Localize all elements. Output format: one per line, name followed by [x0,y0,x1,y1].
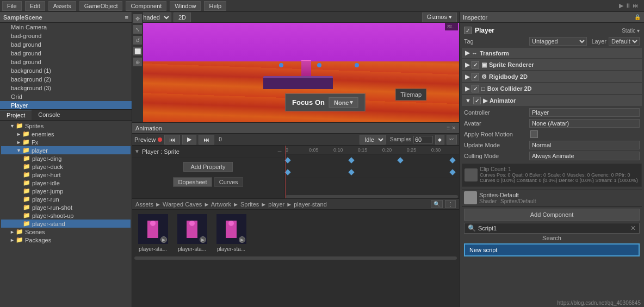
tab-console[interactable]: Console [32,110,66,120]
dropdown-arrow-icon: ▾ [350,99,353,106]
hierarchy-bad-ground-0[interactable]: bad-ground [0,32,132,40]
transform-tool-icon[interactable]: ⊕ [133,58,142,66]
boxcollider2d-header[interactable]: ▶ ✓ □ Box Collider 2D [462,83,642,94]
hierarchy-player[interactable]: Player [0,101,132,110]
asset-item-0[interactable]: ▶ player-sta... [137,214,169,252]
clear-search-icon[interactable]: ✕ [630,224,636,232]
tree-scenes[interactable]: ► 📁 Scenes [1,228,131,236]
tree-sprites[interactable]: ▼ 📁 Sprites [1,122,131,130]
2d-toggle[interactable]: 2D [174,12,191,22]
tree-player-run-shot[interactable]: 📁 player-run-shot [1,203,131,211]
transform-header[interactable]: ▶ ↔ Transform [462,48,642,58]
tree-player-shoot-up[interactable]: 📁 player-shoot-up [1,211,131,220]
window-menu[interactable]: Window [170,1,201,11]
edit-menu[interactable]: Edit [25,1,45,11]
project-content: ▼ 📁 Sprites ► 📁 enemies ► 📁 Fx ▼ 📁 [0,121,132,307]
hierarchy-background-3[interactable]: background (3) [0,84,132,92]
tree-player-duck[interactable]: 📁 player-duck [1,162,131,171]
hierarchy-background-1[interactable]: background (1) [0,66,132,75]
anim-add-keyframe-btn[interactable]: ◆ [435,135,444,145]
tree-packages[interactable]: ► 📁 Packages [1,236,131,244]
tree-player-run[interactable]: 📁 player-run [1,195,131,203]
keyframe-end2[interactable] [449,157,455,163]
bottom-url: https://blog.csdn.net/qq_40306845 [558,300,641,306]
tree-player[interactable]: ▼ 📁 player [1,146,131,154]
samples-input[interactable] [413,136,433,143]
sprite-renderer-checkbox[interactable]: ✓ [472,61,479,68]
anim-play-btn[interactable]: ▶ [182,135,196,145]
gizmos-btn[interactable]: Gizmos ▾ [422,12,457,22]
folder-player-icon: 📁 [22,147,30,154]
hierarchy-bad-ground-1[interactable]: bad ground [0,40,132,49]
assets-menu[interactable]: Assets [48,1,76,11]
layer-dropdown[interactable]: Default [609,37,640,46]
assets-search-btn[interactable]: 🔍 [431,200,443,208]
add-property-btn[interactable]: Add Property [183,162,232,172]
keyframe-end1[interactable] [397,157,403,163]
asset-thumb-0: ▶ [138,214,168,244]
add-component-btn[interactable]: Add Component [464,209,640,221]
tag-dropdown[interactable]: Untagged [529,37,587,46]
hierarchy-grid[interactable]: Grid [0,92,132,101]
asset-play-icon-0: ▶ [160,236,167,243]
asset-item-2[interactable]: ▶ player-sta... [215,214,247,252]
apply-root-motion-checkbox[interactable] [530,130,538,138]
assets-options-btn[interactable]: ⋮ [445,200,456,208]
inspector-lock-icon[interactable]: 🔒 [634,14,641,20]
tree-enemies[interactable]: ► 📁 enemies [1,130,131,138]
keyframe-2-mid[interactable] [348,169,354,175]
tree-player-hurt[interactable]: 📁 player-hurt [1,171,131,179]
scene-canvas[interactable]: ✥ ⤡ ↺ ⬜ ⊕ [132,12,459,122]
dopesheet-tab[interactable]: Dopesheet [173,177,212,187]
sprite-renderer-header[interactable]: ▶ ✓ ▣ Sprite Renderer [462,59,642,70]
tree-player-ding[interactable]: 📁 player-ding [1,154,131,162]
remove-property-btn[interactable]: − [277,147,282,156]
file-menu[interactable]: File [2,1,22,11]
hierarchy-main-camera[interactable]: Main Camera [0,23,132,32]
record-dot[interactable] [158,137,162,142]
move-tool-icon[interactable]: ✥ [133,14,142,23]
boxcollider2d-checkbox[interactable]: ✓ [472,85,479,92]
hierarchy-menu-icon[interactable]: ≡ [125,14,128,21]
rigidbody2d-checkbox[interactable]: ✓ [472,73,479,80]
scale-tool-icon[interactable]: ⤡ [133,25,142,34]
gameobject-menu[interactable]: GameObject [79,1,123,11]
tab-project[interactable]: Project [0,110,32,120]
keyframe-2-end[interactable] [449,169,455,175]
curves-tab[interactable]: Curves [214,177,243,187]
component-menu[interactable]: Component [126,1,166,11]
timeline-scrollbar[interactable] [284,195,459,198]
assets-scrollbar[interactable] [134,256,457,260]
rotate-tool-icon[interactable]: ↺ [133,36,142,45]
player-name: Player [475,27,494,34]
clip-dropdown[interactable]: Idle [360,135,386,145]
expand-arrow[interactable]: ▼ [134,148,140,154]
hierarchy-bad-ground-2[interactable]: bad ground [0,49,132,58]
animator-checkbox[interactable]: ✓ [473,97,481,104]
focus-on-popup[interactable]: Focus On None ▾ [285,93,365,111]
keyframe-mid[interactable] [348,157,354,163]
hierarchy-bad-ground-3[interactable]: bad ground [0,58,132,66]
hierarchy-background-2[interactable]: background (2) [0,75,132,84]
asset-item-1[interactable]: ▶ player-sta... [176,214,208,252]
player-active-checkbox[interactable]: ✓ [464,27,472,34]
shader-label: Shader [479,198,497,204]
anim-prev-btn[interactable]: ⏮ [164,135,180,145]
tree-player-idle[interactable]: 📁 player-idle [1,179,131,187]
tree-player-jump[interactable]: 📁 player-jump [1,187,131,195]
clip-count-text: Clip Count: 1 [480,166,638,172]
tree-fx[interactable]: ► 📁 Fx [1,138,131,146]
focus-none-btn[interactable]: None ▾ [329,97,358,108]
project-tabs: Project Console [0,110,132,121]
rigidbody2d-header[interactable]: ▶ ✓ ⚙ Rigidbody 2D [462,71,642,82]
rect-tool-icon[interactable]: ⬜ [133,47,142,55]
transform-expand-icon: ▶ [465,49,469,57]
anim-curves-btn[interactable]: 〰 [447,135,457,145]
help-menu[interactable]: Help [204,1,226,11]
tree-player-stand[interactable]: 📁 player-stand [1,220,131,228]
anim-settings-icon[interactable]: ≡ ✕ [447,125,456,131]
anim-next-btn[interactable]: ⏭ [199,135,214,145]
animator-header[interactable]: ▼ ✓ ▶ Animator [462,95,642,106]
new-script-item[interactable]: New script [464,243,640,256]
component-search-input[interactable] [478,225,628,231]
